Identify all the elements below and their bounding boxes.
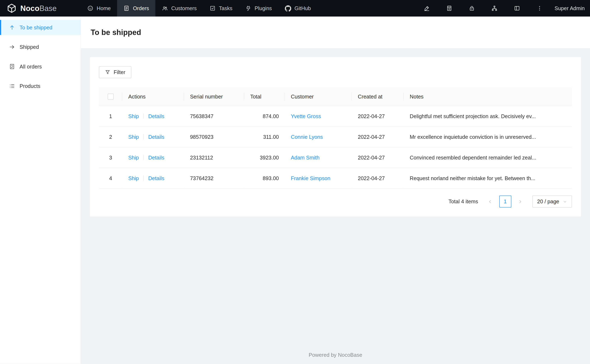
ship-link[interactable]: Ship: [128, 155, 139, 161]
sidebar-item-label: All orders: [20, 64, 42, 70]
user-menu[interactable]: Super Admin: [555, 5, 585, 11]
nav-item-github[interactable]: GitHub: [278, 0, 317, 17]
table-row: 1 ShipDetails 75638347 874.00 Yvette Gro…: [99, 106, 572, 127]
highlighter-icon: [424, 5, 430, 11]
details-link[interactable]: Details: [148, 176, 164, 181]
collections-button[interactable]: [441, 0, 457, 17]
app-window: NocoBase Home Orders Customers: [0, 0, 590, 364]
total-cell: 874.00: [244, 106, 285, 127]
team-icon: [162, 5, 168, 11]
table-row: 4 ShipDetails 73764232 893.00 Frankie Si…: [99, 168, 572, 188]
orders-table-card: Filter Actions Serial number: [90, 57, 581, 216]
next-page-button[interactable]: [514, 196, 526, 208]
sidebar-item-label: Products: [20, 83, 40, 89]
column-header-total: Total: [244, 87, 285, 106]
column-header-created-at: Created at: [352, 87, 404, 106]
table-row: 2 ShipDetails 98570923 311.00 Connie Lyo…: [99, 127, 572, 147]
more-button[interactable]: [531, 0, 548, 17]
sidebar-item-all-orders[interactable]: All orders: [0, 59, 80, 74]
apartment-icon: [491, 5, 497, 11]
page-title: To be shipped: [91, 28, 141, 37]
sidebar-item-to-be-shipped[interactable]: To be shipped: [0, 20, 80, 35]
book-icon: [446, 5, 452, 11]
sidebar: To be shipped Shipped All orders Product…: [0, 17, 81, 364]
access-control-button[interactable]: [464, 0, 480, 17]
ship-link[interactable]: Ship: [128, 134, 139, 140]
page-size-select[interactable]: 20 / page: [532, 196, 572, 208]
nav-item-customers[interactable]: Customers: [155, 0, 203, 17]
details-link[interactable]: Details: [148, 155, 164, 161]
sidebar-item-products[interactable]: Products: [0, 78, 80, 94]
nav-item-label: Home: [97, 5, 111, 11]
sidebar-item-shipped[interactable]: Shipped: [0, 39, 80, 55]
filter-icon: [105, 70, 110, 75]
total-cell: 3923.00: [244, 147, 285, 168]
lock-icon: [469, 5, 475, 11]
logo-text: NocoBase: [20, 4, 57, 13]
footer-text: Powered by NocoBase: [81, 347, 590, 364]
select-all-checkbox[interactable]: [108, 94, 114, 100]
nav-item-orders[interactable]: Orders: [117, 0, 155, 17]
customer-link[interactable]: Frankie Simpson: [291, 176, 330, 181]
serial-number-cell: 98570923: [184, 127, 244, 147]
details-link[interactable]: Details: [148, 113, 164, 119]
page-header: To be shipped: [81, 17, 590, 48]
layout-icon: [514, 5, 520, 11]
prev-page-button[interactable]: [484, 196, 496, 208]
column-header-actions: Actions: [122, 87, 184, 106]
created-at-cell: 2022-04-27: [352, 127, 404, 147]
ui-editor-button[interactable]: [418, 0, 435, 17]
filter-label: Filter: [114, 69, 126, 75]
sidebar-item-label: Shipped: [20, 44, 39, 50]
customer-link[interactable]: Connie Lyons: [291, 134, 323, 140]
nav-item-label: GitHub: [294, 5, 311, 11]
created-at-cell: 2022-04-27: [352, 147, 404, 168]
app-logo[interactable]: NocoBase: [0, 0, 81, 17]
navbar-actions: Super Admin: [412, 0, 590, 17]
created-at-cell: 2022-04-27: [352, 106, 404, 127]
column-header-notes: Notes: [404, 87, 572, 106]
customer-link[interactable]: Adam Smith: [291, 155, 320, 161]
ship-link[interactable]: Ship: [128, 176, 139, 181]
page-1-button[interactable]: 1: [499, 196, 511, 208]
total-cell: 893.00: [244, 168, 285, 188]
chevron-left-icon: [488, 200, 492, 204]
logo-text-primary: Noco: [20, 4, 39, 12]
orders-file-icon: [124, 5, 130, 11]
filter-button[interactable]: Filter: [99, 66, 132, 78]
plug-icon: [245, 5, 251, 11]
details-link[interactable]: Details: [148, 134, 164, 140]
block-templates-button[interactable]: [509, 0, 525, 17]
row-index: 2: [109, 134, 112, 140]
arrow-up-icon: [9, 24, 15, 30]
table-header-row: Actions Serial number Total Customer Cre…: [99, 87, 572, 106]
nav-item-plugins[interactable]: Plugins: [239, 0, 278, 17]
file-done-icon: [9, 64, 15, 70]
notes-cell: Delightful met sufficient projection ask…: [404, 106, 572, 127]
github-icon: [285, 5, 291, 12]
notes-cell: Request norland neither mistake for yet.…: [404, 168, 572, 188]
arrow-right-icon: [9, 44, 15, 50]
sidebar-item-label: To be shipped: [20, 24, 52, 30]
check-square-icon: [210, 5, 216, 11]
nav-item-tasks[interactable]: Tasks: [203, 0, 239, 17]
more-vertical-icon: [537, 5, 543, 11]
nav-item-home[interactable]: Home: [81, 0, 117, 17]
row-index: 3: [109, 155, 112, 161]
workflow-button[interactable]: [486, 0, 503, 17]
chevron-right-icon: [518, 200, 522, 204]
pagination: Total 4 items 1: [99, 196, 572, 208]
column-header-serial-number: Serial number: [184, 87, 244, 106]
serial-number-cell: 23132112: [184, 147, 244, 168]
chevron-down-icon: [563, 200, 567, 204]
ship-link[interactable]: Ship: [128, 113, 139, 119]
table-container: Actions Serial number Total Customer Cre…: [99, 87, 572, 189]
customer-link[interactable]: Yvette Gross: [291, 113, 321, 119]
notes-cell: Convinced resembled dependent remainder …: [404, 147, 572, 168]
main-menu: Home Orders Customers Tasks: [81, 0, 317, 17]
smiley-icon: [87, 5, 93, 11]
nocobase-logo-icon: [7, 3, 17, 13]
created-at-cell: 2022-04-27: [352, 168, 404, 188]
pagination-total: Total 4 items: [449, 199, 478, 205]
action-divider: [143, 176, 144, 181]
